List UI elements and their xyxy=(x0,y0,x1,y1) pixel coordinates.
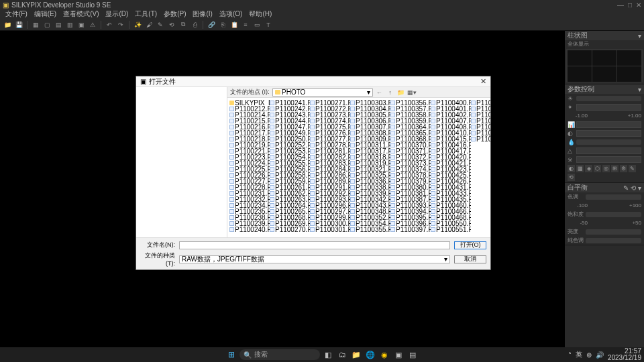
file-item[interactable]: P1100421.RW2 xyxy=(431,160,471,166)
nav-back-icon[interactable]: ← xyxy=(376,88,384,97)
file-item[interactable]: P1100231.RW2 xyxy=(229,190,270,196)
file-item[interactable]: P1100374.RW2 xyxy=(390,166,431,172)
file-item[interactable]: P1100318.RW2 xyxy=(350,154,390,160)
explorer-icon[interactable]: 📁 xyxy=(350,349,362,361)
file-item[interactable]: P1100420.RW2 xyxy=(431,154,471,160)
file-item[interactable]: P1100354.RW2 xyxy=(350,221,390,227)
file-item[interactable]: P1100299.RW2 xyxy=(310,215,350,221)
taskbar-app1-icon[interactable]: 🗂 xyxy=(336,349,348,361)
sat2-slider[interactable] xyxy=(586,212,641,217)
file-item[interactable]: P1100303.RW2 xyxy=(350,100,390,106)
file-item[interactable]: P1100556.RW2 xyxy=(471,106,490,112)
tray-chevron-icon[interactable]: ˄ xyxy=(568,351,572,359)
file-item[interactable]: P1100356.RW2 xyxy=(390,100,431,106)
filetype-select[interactable]: RAW数据，JPEG/TIFF数据▾ xyxy=(179,255,450,263)
file-item[interactable]: P1100286.RW2 xyxy=(310,172,350,178)
file-item[interactable]: P1100417.RW2 xyxy=(431,148,471,154)
file-item[interactable]: P1100265.RW2 xyxy=(270,208,310,215)
file-item[interactable]: P1100342.RW2 xyxy=(350,196,390,202)
menu-options[interactable]: 选项(O) xyxy=(217,9,245,19)
file-item[interactable]: P1100225.RW2 xyxy=(229,166,270,172)
file-item[interactable]: P1100359.RW2 xyxy=(390,118,431,124)
system-tray[interactable]: ˄ 英 ⊚ 🔊 21:57 2023/12/19 xyxy=(568,348,641,361)
tool-i-icon[interactable]: ⟲ xyxy=(568,174,575,181)
file-item[interactable]: P1100263.RW2 xyxy=(270,196,310,202)
file-item[interactable]: P1100262.RW2 xyxy=(270,190,310,196)
panel-collapse-icon[interactable]: ▾ xyxy=(638,32,641,40)
nav-up-icon[interactable]: ↑ xyxy=(386,88,394,97)
bright-slider[interactable] xyxy=(586,229,641,235)
file-item[interactable]: P1100306.RW2 xyxy=(350,118,390,124)
file-item[interactable]: P1100218.RW2 xyxy=(229,136,270,142)
file-item[interactable]: P1100293.RW2 xyxy=(310,196,350,202)
file-item[interactable]: P1100431.RW2 xyxy=(431,184,471,190)
close-button[interactable]: ✕ xyxy=(636,1,641,9)
file-item[interactable]: P1100281.RW2 xyxy=(310,148,350,154)
file-item[interactable]: P1100308.RW2 xyxy=(350,130,390,136)
purity-slider[interactable] xyxy=(586,238,641,243)
file-item[interactable]: P1100247.RW2 xyxy=(270,124,310,130)
tool-pen-icon[interactable]: ✎ xyxy=(156,20,165,29)
tool-b-icon[interactable]: ▦ xyxy=(576,165,584,172)
file-item[interactable]: P1100216.RW2 xyxy=(229,124,270,130)
file-item[interactable]: P1100396.RW2 xyxy=(390,221,431,227)
file-item[interactable]: P1100397.RW2 xyxy=(390,227,431,233)
tool-d-icon[interactable]: ⬡ xyxy=(594,165,601,172)
file-item[interactable]: P1100240.RW2 xyxy=(229,227,270,233)
file-item[interactable]: P1100468.RW2 xyxy=(431,215,471,221)
file-item[interactable]: P1100228.RW2 xyxy=(229,184,270,190)
menu-viewmode[interactable]: 查看模式(V) xyxy=(60,9,101,19)
file-item[interactable]: P1100227.RW2 xyxy=(229,178,270,184)
taskbar-app3-icon[interactable]: ▤ xyxy=(407,349,419,361)
file-item[interactable]: P1100393.RW2 xyxy=(390,202,431,208)
file-item[interactable]: P1100238.RW2 xyxy=(229,215,270,221)
file-item[interactable]: P1100400.RW2 xyxy=(431,100,471,106)
location-combo[interactable]: PHOTO▾ xyxy=(272,88,373,97)
file-item[interactable]: P1100283.RW2 xyxy=(310,160,350,166)
menu-edit[interactable]: 编辑(E) xyxy=(32,9,59,19)
tool-save-icon[interactable]: 💾 xyxy=(14,20,23,29)
tool-open-icon[interactable]: 📁 xyxy=(3,20,12,29)
start-button[interactable]: ⊞ xyxy=(225,349,237,361)
tool-grid-icon[interactable]: ▦ xyxy=(31,20,40,29)
file-item[interactable]: P1100297.RW2 xyxy=(310,208,350,215)
file-item[interactable]: P1100336.RW2 xyxy=(350,178,390,184)
file-item[interactable]: P1100416.RW2 xyxy=(431,142,471,148)
tool-e-icon[interactable]: ◎ xyxy=(602,165,610,172)
file-item[interactable]: P1100343.RW2 xyxy=(350,202,390,208)
file-item[interactable]: P1100219.RW2 xyxy=(229,142,270,148)
file-item[interactable]: P1100352.RW2 xyxy=(350,215,390,221)
tool-c-icon[interactable]: ◈ xyxy=(585,165,592,172)
file-item[interactable]: P1100269.RW2 xyxy=(270,221,310,227)
file-item[interactable]: P1100278.RW2 xyxy=(310,142,350,148)
tool-compare-icon[interactable]: ▥ xyxy=(65,20,74,29)
file-item[interactable]: P1100254.RW2 xyxy=(270,154,310,160)
file-item[interactable]: P1100244.RW2 xyxy=(270,118,310,124)
preset-select[interactable] xyxy=(576,104,641,111)
silkypix-icon[interactable]: ▣ xyxy=(392,349,405,361)
file-item[interactable]: P1100379.RW2 xyxy=(390,178,431,184)
file-item[interactable]: P1100212.RW2 xyxy=(229,106,270,112)
tool-copy-icon[interactable]: ⎘ xyxy=(218,20,227,29)
file-item[interactable]: P1100258.RW2 xyxy=(270,172,310,178)
file-item[interactable]: P1100224.RW2 xyxy=(229,160,270,166)
file-item[interactable]: P1100558.RW2 xyxy=(471,118,490,124)
nav-view-icon[interactable]: ▦▾ xyxy=(408,88,416,97)
dialog-close-button[interactable]: ✕ xyxy=(480,77,486,86)
file-item[interactable]: P1100401.RW2 xyxy=(431,106,471,112)
file-item[interactable]: P1100274.RW2 xyxy=(310,118,350,124)
file-item[interactable]: P1100371.RW2 xyxy=(390,148,431,154)
tool-adjust-icon[interactable]: ≡ xyxy=(241,20,250,29)
file-item[interactable]: P1100215.RW2 xyxy=(229,118,270,124)
file-item[interactable]: P1100268.RW2 xyxy=(270,215,310,221)
wb-tools[interactable]: ✎ ⟲ ▾ xyxy=(623,184,641,192)
tool-text-icon[interactable]: T xyxy=(264,20,273,29)
file-item[interactable]: P1100276.RW2 xyxy=(310,130,350,136)
file-item[interactable]: P1100368.RW2 xyxy=(390,136,431,142)
tool-g-icon[interactable]: ⚙ xyxy=(620,165,627,172)
file-item[interactable]: P1100223.RW2 xyxy=(229,154,270,160)
file-item[interactable]: P1100249.RW2 xyxy=(270,130,310,136)
nav-newfolder-icon[interactable]: 📁 xyxy=(397,88,405,97)
file-item[interactable]: P1100296.RW2 xyxy=(310,202,350,208)
file-item[interactable]: P1100550.RW2 xyxy=(431,221,471,227)
